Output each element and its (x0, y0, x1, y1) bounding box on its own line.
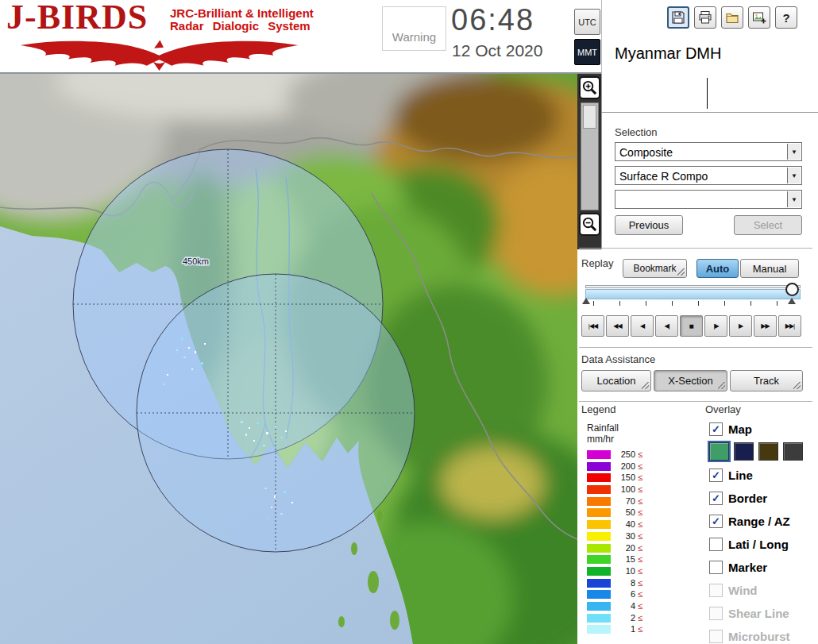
utc-button[interactable]: UTC (574, 9, 600, 35)
legend-row: 15≤ (587, 555, 642, 564)
save-icon (671, 10, 685, 25)
map-style-dark-gray[interactable] (783, 442, 803, 461)
overlay-item-label: Line (728, 469, 753, 482)
legend-operator: ≤ (638, 625, 642, 634)
print-icon (698, 10, 712, 25)
checkbox[interactable] (709, 561, 723, 574)
legend-operator: ≤ (638, 567, 642, 576)
legend-operator: ≤ (638, 473, 642, 482)
open-folder-button[interactable] (721, 6, 743, 29)
station-name: Myanmar DMH (615, 44, 721, 63)
legend-value: 8 (615, 579, 635, 588)
bookmark-button[interactable]: Bookmark (623, 259, 687, 278)
overlay-item-line[interactable]: ✓ Line (709, 467, 753, 483)
step-forward-button[interactable]: |▶ (704, 315, 727, 337)
stop-button[interactable]: ■ (680, 315, 703, 337)
track-button[interactable]: Track (730, 370, 803, 391)
text-cursor (707, 78, 708, 109)
legend-row: 1≤ (587, 625, 642, 634)
overlay-item-label: Lati / Long (728, 538, 789, 551)
dropdown-value: Composite (619, 146, 673, 159)
location-button[interactable]: Location (581, 370, 651, 391)
legend-operator: ≤ (638, 614, 642, 623)
manual-button[interactable]: Manual (740, 259, 799, 278)
checkbox[interactable] (709, 538, 723, 551)
chevron-down-icon[interactable] (787, 168, 801, 183)
overlay-item-lati-long[interactable]: Lati / Long (709, 536, 789, 552)
x-section-button[interactable]: X-Section (654, 370, 727, 391)
overlay-item-range-az[interactable]: ✓ Range / AZ (709, 513, 790, 529)
chevron-down-icon[interactable] (787, 144, 801, 160)
legend-row: 10≤ (587, 567, 642, 576)
station-input[interactable] (602, 74, 818, 113)
play-button[interactable]: ▶ (729, 315, 752, 337)
zoom-slider-thumb[interactable] (583, 105, 596, 129)
zoom-out-button[interactable] (579, 213, 600, 236)
skip-to-last-button[interactable]: ▶▶| (778, 315, 801, 337)
overlay-item-marker[interactable]: Marker (709, 559, 767, 575)
legend-color-swatch (587, 508, 611, 517)
product-type-dropdown[interactable]: Composite (615, 142, 802, 161)
checkbox (709, 607, 723, 620)
chevron-down-icon[interactable] (787, 191, 801, 207)
header: J-BIRDS JRC-Brilliant & Intelligent Rada… (0, 0, 818, 74)
timeline-tick (593, 301, 594, 306)
legend-row: 150≤ (587, 473, 642, 482)
map-style-dark-olive[interactable] (758, 442, 778, 461)
legend-row: 2≤ (587, 614, 642, 623)
overlay-item-label: Border (728, 492, 767, 505)
add-image-button[interactable] (748, 6, 770, 29)
map-style-terrain-green[interactable] (709, 442, 729, 461)
timeline-bar[interactable] (585, 289, 801, 299)
legend-operator: ≤ (638, 532, 642, 541)
zoom-slider[interactable] (581, 102, 599, 210)
legend-color-swatch (587, 625, 611, 634)
zoom-in-button[interactable] (579, 76, 600, 99)
previous-button[interactable]: Previous (615, 215, 683, 235)
help-button[interactable] (775, 6, 797, 29)
checkbox[interactable]: ✓ (709, 422, 723, 436)
legend-operator: ≤ (638, 520, 642, 529)
overlay-item-map[interactable]: ✓ Map (709, 421, 752, 437)
step-back-button[interactable]: ◀| (655, 315, 678, 337)
legend-value: 30 (615, 532, 635, 541)
map-style-dark-navy[interactable] (734, 442, 754, 461)
playback-controls: |◀◀ ◀◀ ◀ ◀| ■ |▶ ▶ ▶▶ ▶▶| (581, 315, 801, 337)
checkbox (709, 584, 723, 597)
overlay-item-microburst: Microburst (709, 628, 790, 644)
product-option-dropdown[interactable] (615, 190, 802, 209)
app-logo-subtitle: JRC-Brilliant & Intelligent Radar Dialog… (170, 7, 314, 33)
play-reverse-button[interactable]: ◀ (631, 315, 654, 337)
overlay-item-border[interactable]: ✓ Border (709, 490, 767, 506)
rainfall-legend: 250≤ 200≤ 150≤ 100≤ 70≤ 50≤ 40≤ 30≤ 20≤ … (587, 450, 642, 637)
terrain-map-image: 450km (0, 74, 577, 644)
fast-forward-button[interactable]: ▶▶ (754, 315, 777, 337)
legend-value: 1 (615, 625, 635, 634)
overlay-item-wind: Wind (709, 582, 758, 598)
legend-unit-line2: mm/hr (587, 434, 614, 445)
mmt-button[interactable]: MMT (574, 39, 600, 65)
print-button[interactable] (694, 6, 716, 29)
timeline-groove (585, 285, 801, 288)
checkbox[interactable]: ✓ (709, 492, 723, 505)
timeline-tick (672, 301, 673, 306)
overlay-section-label: Overlay (705, 403, 741, 415)
warning-indicator: Warning (382, 6, 446, 51)
add-image-icon (752, 10, 766, 25)
timeline-slider-handle[interactable] (785, 283, 799, 296)
legend-row: 70≤ (587, 497, 642, 506)
skip-to-first-button[interactable]: |◀◀ (581, 315, 604, 337)
legend-row: 8≤ (587, 579, 642, 588)
save-button[interactable] (667, 6, 689, 29)
legend-operator: ≤ (638, 450, 642, 459)
fast-rewind-button[interactable]: ◀◀ (606, 315, 629, 337)
product-name-dropdown[interactable]: Surface R Compo (615, 166, 802, 185)
auto-button[interactable]: Auto (696, 259, 739, 278)
legend-value: 6 (615, 590, 635, 599)
legend-value: 50 (615, 508, 635, 517)
radar-map[interactable]: 450km (0, 74, 577, 644)
legend-color-swatch (587, 544, 611, 553)
checkbox[interactable]: ✓ (709, 515, 723, 528)
legend-operator: ≤ (638, 497, 642, 506)
checkbox[interactable]: ✓ (709, 469, 723, 482)
